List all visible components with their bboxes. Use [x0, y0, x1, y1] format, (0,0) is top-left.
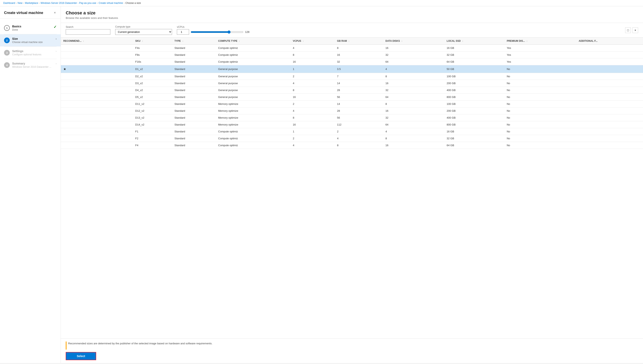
cell-additional_f — [576, 142, 643, 149]
breadcrumb-new[interactable]: New — [18, 2, 22, 4]
cell-data_disks: 16 — [383, 142, 444, 149]
cell-sku: D12_v2 — [133, 108, 172, 114]
cell-compute_type: General purpose — [216, 87, 290, 94]
cell-additional_f — [576, 44, 643, 52]
step-3-arrow: › — [56, 50, 56, 53]
table-row[interactable]: D12_v2StandardMemory optimize42816200 GB… — [61, 108, 643, 114]
search-group: Search — [66, 26, 110, 35]
table-row[interactable]: F4sStandardCompute optimiz481616 GBYes — [61, 44, 643, 52]
col-sku[interactable]: SKU ↕ — [133, 38, 172, 44]
col-compute-type[interactable]: COMPUTE TYPE ↕ — [216, 38, 290, 44]
cell-recommended — [61, 114, 133, 121]
col-vcpus[interactable]: VCPUS ↕ — [290, 38, 334, 44]
cell-gb_ram: 14 — [335, 100, 383, 108]
cell-sku: D13_v2 — [133, 114, 172, 121]
table-row[interactable]: F4StandardCompute optimiz481664 GBNo — [61, 142, 643, 149]
cell-vcpus: 8 — [290, 87, 334, 94]
vcpu-slider[interactable] — [191, 30, 244, 34]
cell-compute_type: Compute optimiz — [216, 44, 290, 52]
table-row[interactable]: D4_v2StandardGeneral purpose82832400 GBN… — [61, 87, 643, 94]
cell-vcpus: 1 — [290, 65, 334, 73]
breadcrumb-create-vm[interactable]: Create virtual machine — [98, 2, 123, 4]
breadcrumb-dashboard[interactable]: Dashboard — [3, 2, 15, 4]
vcpu-max-value: 128 — [245, 30, 250, 34]
cell-vcpus: 4 — [290, 108, 334, 114]
cell-vcpus: 8 — [290, 52, 334, 58]
cell-type: Standard — [172, 108, 216, 114]
table-row[interactable]: ★D1_v2StandardGeneral purpose13.5450 GBN… — [61, 65, 643, 73]
step-1-basics[interactable]: 1 Basics Done ✓ — [0, 22, 61, 34]
cell-local_ssd: 800 GB — [444, 121, 504, 128]
minimize-button[interactable]: □ — [625, 28, 631, 33]
compute-type-select[interactable]: Current generation All generations — [115, 29, 172, 35]
step-2-sublabel: Choose virtual machine size — [12, 41, 54, 44]
breadcrumb-image[interactable]: Windows Server 2016 Datacenter - Pay-as-… — [40, 2, 96, 4]
col-type[interactable]: TYPE ↕ — [172, 38, 216, 44]
col-local-ssd[interactable]: LOCAL SSD ↕ — [444, 38, 504, 44]
cell-compute_type: Memory optimize — [216, 108, 290, 114]
sidebar-header: Create virtual machine × — [0, 6, 61, 19]
cell-gb_ram: 3.5 — [335, 65, 383, 73]
cell-type: Standard — [172, 100, 216, 108]
table-row[interactable]: F16sStandardCompute optimiz16326464 GBYe… — [61, 58, 643, 65]
col-gb-ram[interactable]: GB RAM ↕ — [335, 38, 383, 44]
filters-bar: Search Compute type Current generation A… — [61, 23, 643, 38]
step-4-summary[interactable]: 4 Summary Windows Server 2016 Datacenter… — [0, 59, 61, 71]
step-2-size[interactable]: 2 Size Choose virtual machine size › — [0, 34, 61, 46]
content-header: Choose a size Browse the available sizes… — [61, 6, 643, 23]
cell-vcpus: 2 — [290, 135, 334, 142]
cell-type: Standard — [172, 52, 216, 58]
cell-recommended — [61, 87, 133, 94]
panel-close-button[interactable]: × — [632, 28, 638, 33]
cell-premium_dis: No — [504, 100, 576, 108]
breadcrumb-sep-4: › — [97, 2, 98, 4]
wizard-steps: 1 Basics Done ✓ 2 Size Choose virtual ma… — [0, 19, 61, 363]
col-data-disks-sort: ↕ — [402, 40, 402, 42]
table-row[interactable]: F8sStandardCompute optimiz8163232 GBYes — [61, 52, 643, 58]
cell-additional_f — [576, 73, 643, 80]
col-recommended[interactable]: RECOMMEND... ↕ — [61, 38, 133, 44]
cell-recommended — [61, 44, 133, 52]
select-button[interactable]: Select — [66, 352, 96, 360]
col-data-disks[interactable]: DATA DISKS ↕ — [383, 38, 444, 44]
cell-recommended — [61, 73, 133, 80]
breadcrumb-marketplace[interactable]: Marketplace — [25, 2, 38, 4]
cell-data_disks: 8 — [383, 100, 444, 108]
panel-controls: □ × — [625, 28, 638, 33]
footer-bar-accent — [66, 342, 66, 350]
cell-additional_f — [576, 87, 643, 94]
cell-data_disks: 64 — [383, 121, 444, 128]
cell-additional_f — [576, 108, 643, 114]
cell-vcpus: 4 — [290, 142, 334, 149]
table-row[interactable]: D2_v2StandardGeneral purpose278100 GBNo — [61, 73, 643, 80]
col-premium-dis[interactable]: PREMIUM DIS... ↕ — [504, 38, 576, 44]
cell-premium_dis: No — [504, 80, 576, 87]
breadcrumb-current: Choose a size — [125, 2, 141, 4]
close-button[interactable]: × — [53, 10, 56, 15]
cell-premium_dis: No — [504, 121, 576, 128]
cell-premium_dis: No — [504, 87, 576, 94]
cell-premium_dis: Yes — [504, 52, 576, 58]
table-body: F4sStandardCompute optimiz481616 GBYesF8… — [61, 44, 643, 149]
table-row[interactable]: F1StandardCompute optimiz12416 GBNo — [61, 128, 643, 135]
step-1-check: ✓ — [54, 25, 56, 29]
cell-recommended — [61, 52, 133, 58]
cell-gb_ram: 28 — [335, 87, 383, 94]
table-row[interactable]: D14_v2StandardMemory optimize1611264800 … — [61, 121, 643, 128]
cell-local_ssd: 64 GB — [444, 58, 504, 65]
table-row[interactable]: F2StandardCompute optimiz24832 GBNo — [61, 135, 643, 142]
vcpu-label: vCPUs — [177, 26, 250, 28]
search-input[interactable] — [66, 29, 110, 35]
col-additional-f[interactable]: ADDITIONAL F... — [576, 38, 643, 44]
vcpu-min-input[interactable] — [177, 29, 189, 35]
table-row[interactable]: D3_v2StandardGeneral purpose41416200 GBN… — [61, 80, 643, 87]
step-3-settings[interactable]: 3 Settings Configure optional features › — [0, 47, 61, 59]
table-row[interactable]: D13_v2StandardMemory optimize85632400 GB… — [61, 114, 643, 121]
cell-local_ssd: 16 GB — [444, 44, 504, 52]
table-row[interactable]: D5_v2StandardGeneral purpose165664800 GB… — [61, 94, 643, 100]
table-row[interactable]: D11_v2StandardMemory optimize2148100 GBN… — [61, 100, 643, 108]
col-vcpus-sort: ↕ — [303, 40, 304, 42]
cell-type: Standard — [172, 73, 216, 80]
cell-local_ssd: 32 GB — [444, 52, 504, 58]
cell-additional_f — [576, 94, 643, 100]
